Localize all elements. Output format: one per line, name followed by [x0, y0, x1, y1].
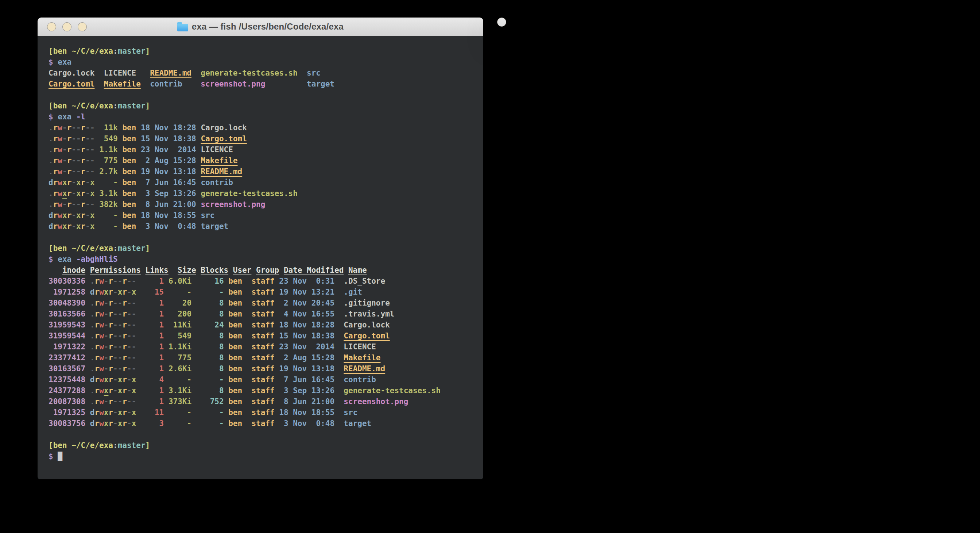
terminal-line: Cargo.toml Makefile contrib screenshot.p… [49, 78, 477, 89]
right-terminal-window: exa — fish /Users/ben/Code/exa/exa [ben … [497, 18, 506, 27]
terminal-line: $ exa -l [49, 111, 477, 122]
terminal-line: 20087308 .rw-r--r-- 1 373Ki 752 ben staf… [49, 396, 477, 407]
terminal-line: $ █ [49, 451, 477, 462]
terminal-line: 30163567 .rw-r--r-- 1 2.6Ki 8 ben staff … [49, 363, 477, 374]
terminal-line [49, 429, 477, 440]
terminal-line: $ exa [49, 57, 477, 67]
terminal-line: $ exa -abghHliS [49, 254, 477, 265]
terminal-line: 30083756 drwxr-xr-x 3 - - ben staff 3 No… [49, 418, 477, 429]
terminal-line: .rw-r--r-- 2.7k ben 19 Nov 13:18 README.… [49, 166, 477, 177]
terminal-line: Cargo.lock LICENCE README.md generate-te… [49, 67, 477, 78]
terminal-line: .rw-r--r-- 11k ben 18 Nov 18:28 Cargo.lo… [49, 122, 477, 133]
terminal-line: 1971325 drwxr-xr-x 11 - - ben staff 18 N… [49, 407, 477, 418]
terminal-line: 1971322 .rw-r--r-- 1 1.1Ki 8 ben staff 2… [49, 342, 477, 352]
terminal-line: 31959544 .rw-r--r-- 1 549 8 ben staff 15… [49, 330, 477, 342]
terminal-line: .rw-r--r-- 382k ben 8 Jun 21:00 screensh… [49, 199, 477, 210]
desktop: { "app": { "desktop_background": "#00000… [0, 0, 980, 533]
right-titlebar[interactable]: exa — fish /Users/ben/Code/exa/exa [498, 18, 506, 27]
terminal-line: 30163566 .rw-r--r-- 1 200 8 ben staff 4 … [49, 308, 477, 319]
terminal-line: 24377288 .rwxr-xr-x 1 3.1Ki 8 ben staff … [49, 385, 477, 396]
window-title: exa — fish /Users/ben/Code/exa/exa [497, 18, 506, 27]
terminal-line: [ben ~/C/e/exa:master] [49, 46, 477, 57]
terminal-line: drwxr-xr-x - ben 7 Jun 16:45 contrib [49, 177, 477, 188]
terminal-line: 1971258 drwxr-xr-x 15 - - ben staff 19 N… [49, 287, 477, 298]
terminal-line: .rwxr-xr-x 3.1k ben 3 Sep 13:26 generate… [49, 188, 477, 199]
folder-icon [177, 24, 188, 31]
right-title: exa — fish /Users/ben/Code/exa/exa [498, 18, 506, 27]
terminal-line: [ben ~/C/e/exa:master] [49, 440, 477, 451]
left-terminal-output[interactable]: [ben ~/C/e/exa:master]$ exaCargo.lock LI… [38, 36, 483, 479]
terminal-line: 23377412 .rw-r--r-- 1 775 8 ben staff 2 … [49, 352, 477, 363]
terminal-line: inode Permissions Links Size Blocks User… [49, 265, 477, 276]
left-terminal-window: exa — fish /Users/ben/Code/exa/exa [ben … [38, 18, 483, 479]
terminal-line [49, 89, 477, 101]
left-title: exa — fish /Users/ben/Code/exa/exa [38, 18, 483, 36]
terminal-line: 30030336 .rw-r--r-- 1 6.0Ki 16 ben staff… [49, 276, 477, 287]
terminal-line: [ben ~/C/e/exa:master] [49, 243, 477, 254]
terminal-line: drwxr-xr-x - ben 18 Nov 18:55 src [49, 210, 477, 221]
left-titlebar[interactable]: exa — fish /Users/ben/Code/exa/exa [38, 18, 483, 36]
terminal-line: 12375448 drwxr-xr-x 4 - - ben staff 7 Ju… [49, 374, 477, 385]
terminal-line: .rw-r--r-- 549 ben 15 Nov 18:38 Cargo.to… [49, 133, 477, 144]
terminal-line: .rw-r--r-- 1.1k ben 23 Nov 2014 LICENCE [49, 144, 477, 155]
terminal-line: .rw-r--r-- 775 ben 2 Aug 15:28 Makefile [49, 155, 477, 166]
terminal-line: 30048390 .rw-r--r-- 1 20 8 ben staff 2 N… [49, 298, 477, 308]
terminal-line [49, 232, 477, 243]
terminal-line: [ben ~/C/e/exa:master] [49, 101, 477, 111]
terminal-line: 31959543 .rw-r--r-- 1 11Ki 24 ben staff … [49, 319, 477, 330]
window-title: exa — fish /Users/ben/Code/exa/exa [192, 22, 344, 32]
terminal-line: drwxr-xr-x - ben 3 Nov 0:48 target [49, 221, 477, 232]
